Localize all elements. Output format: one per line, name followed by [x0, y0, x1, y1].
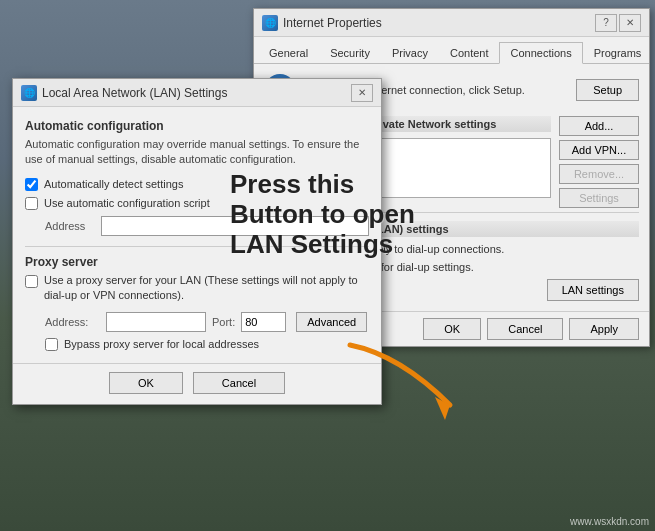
lan-dialog-bottom: OK Cancel: [13, 363, 381, 404]
internet-props-title: Internet Properties: [283, 16, 382, 30]
titlebar-left: 🌐 Internet Properties: [262, 15, 382, 31]
tab-programs[interactable]: Programs: [583, 42, 653, 64]
auto-detect-label: Automatically detect settings: [44, 178, 183, 190]
lan-ok-button[interactable]: OK: [109, 372, 183, 394]
bypass-label: Bypass proxy server for local addresses: [64, 338, 259, 350]
auto-detect-checkbox[interactable]: [25, 178, 38, 191]
advanced-button[interactable]: Advanced: [296, 312, 367, 332]
window-controls: ? ✕: [595, 14, 641, 32]
divider: [25, 246, 369, 247]
proxy-server-header: Proxy server: [25, 255, 369, 269]
address-row: Address: [45, 216, 369, 236]
tab-connections[interactable]: Connections: [499, 42, 582, 64]
cancel-button[interactable]: Cancel: [487, 318, 563, 340]
internet-props-titlebar: 🌐 Internet Properties ? ✕: [254, 9, 649, 37]
lan-dialog-controls: ✕: [351, 84, 373, 102]
bypass-checkbox[interactable]: [45, 338, 58, 351]
tab-general[interactable]: General: [258, 42, 319, 64]
remove-button[interactable]: Remove...: [559, 164, 639, 184]
proxy-address-label: Address:: [45, 316, 100, 328]
lan-settings-button[interactable]: LAN settings: [547, 279, 639, 301]
tab-security[interactable]: Security: [319, 42, 381, 64]
proxy-address-input[interactable]: [106, 312, 206, 332]
proxy-checkbox-label: Use a proxy server for your LAN (These s…: [44, 273, 369, 304]
auto-script-checkbox[interactable]: [25, 197, 38, 210]
auto-config-header: Automatic configuration: [25, 119, 369, 133]
proxy-checkbox[interactable]: [25, 275, 38, 288]
auto-detect-row: Automatically detect settings: [25, 178, 369, 191]
help-button[interactable]: ?: [595, 14, 617, 32]
lan-dialog-titlebar: 🌐 Local Area Network (LAN) Settings ✕: [13, 79, 381, 107]
bypass-row: Bypass proxy server for local addresses: [45, 338, 369, 351]
tabs-bar: General Security Privacy Content Connect…: [254, 37, 649, 64]
add-vpn-button[interactable]: Add VPN...: [559, 140, 639, 160]
port-input[interactable]: [241, 312, 286, 332]
proxy-fields: Address: Port: Advanced: [45, 312, 369, 332]
internet-props-icon: 🌐: [262, 15, 278, 31]
auto-config-desc: Automatic configuration may override man…: [25, 137, 369, 168]
setup-button[interactable]: Setup: [576, 79, 639, 101]
port-label: Port:: [212, 316, 235, 328]
close-button[interactable]: ✕: [619, 14, 641, 32]
lan-dialog-content: Automatic configuration Automatic config…: [13, 107, 381, 363]
apply-button[interactable]: Apply: [569, 318, 639, 340]
address-label: Address: [45, 220, 95, 232]
address-input[interactable]: [101, 216, 369, 236]
lan-dialog: 🌐 Local Area Network (LAN) Settings ✕ Au…: [12, 78, 382, 405]
tab-privacy[interactable]: Privacy: [381, 42, 439, 64]
lan-cancel-button[interactable]: Cancel: [193, 372, 285, 394]
auto-script-row: Use automatic configuration script: [25, 197, 369, 210]
lan-close-button[interactable]: ✕: [351, 84, 373, 102]
auto-script-label: Use automatic configuration script: [44, 197, 210, 209]
tab-content[interactable]: Content: [439, 42, 500, 64]
lan-dialog-icon: 🌐: [21, 85, 37, 101]
ok-button[interactable]: OK: [423, 318, 481, 340]
watermark: www.wsxkdn.com: [570, 516, 649, 527]
add-button[interactable]: Add...: [559, 116, 639, 136]
dialup-right-buttons: Add... Add VPN... Remove... Settings: [559, 116, 639, 208]
proxy-checkbox-row: Use a proxy server for your LAN (These s…: [25, 273, 369, 304]
settings-button[interactable]: Settings: [559, 188, 639, 208]
lan-dialog-title: Local Area Network (LAN) Settings: [42, 86, 227, 100]
lan-titlebar-left: 🌐 Local Area Network (LAN) Settings: [21, 85, 227, 101]
